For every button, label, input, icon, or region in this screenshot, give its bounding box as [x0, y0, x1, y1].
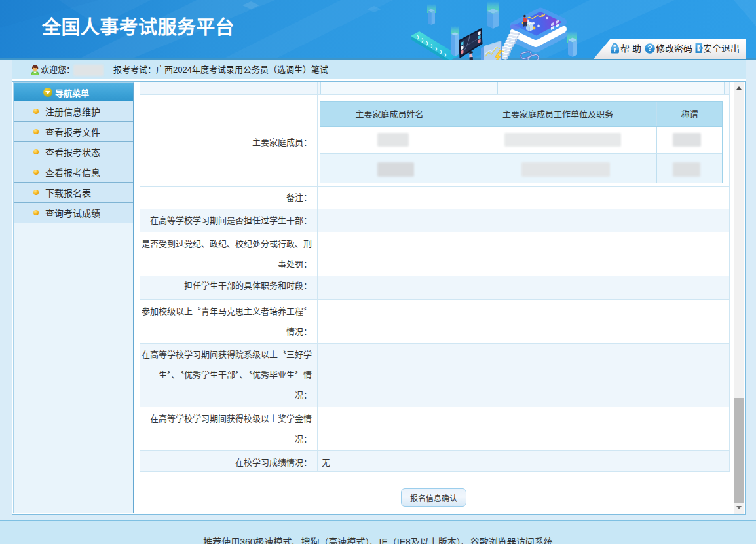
svg-text:?: ? [647, 44, 652, 53]
